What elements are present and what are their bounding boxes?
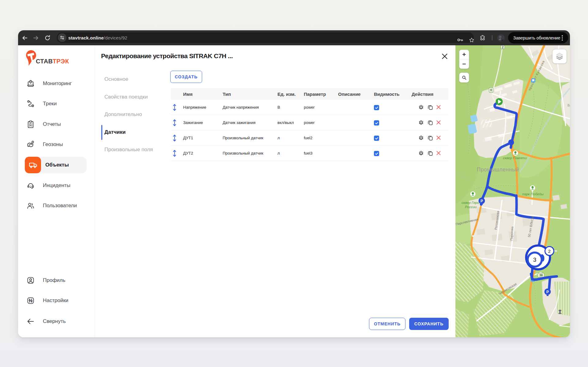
puzzle-icon (480, 35, 486, 41)
column-header-type: Тип (223, 92, 276, 97)
column-header-visibility: Видимость (374, 92, 405, 97)
sidebar-item-label: Профиль (43, 277, 65, 283)
sidebar-item-objects[interactable]: Объекты (25, 157, 87, 173)
visibility-checkbox[interactable] (374, 105, 379, 110)
tab-custom-fields[interactable]: Произвольные поля (104, 147, 153, 153)
drag-handle-icon[interactable] (172, 103, 177, 111)
cell-type: Датчик зажигания (223, 120, 276, 125)
row-delete-button[interactable] (436, 135, 442, 141)
drag-handle-icon[interactable] (172, 149, 177, 157)
toolbar-separator (492, 35, 492, 40)
visibility-checkbox[interactable] (374, 120, 379, 125)
kebab-menu-icon[interactable] (561, 35, 563, 41)
cell-type: Произвольный датчик (223, 151, 276, 155)
map-layers-button[interactable] (552, 49, 567, 64)
profile-avatar[interactable] (497, 30, 505, 45)
row-delete-button[interactable] (436, 120, 442, 126)
map-search-button[interactable] (459, 73, 469, 83)
route-waypoint-marker[interactable] (508, 140, 514, 145)
column-header-name: Имя (183, 92, 221, 97)
zoom-in-button[interactable]: + (459, 50, 469, 59)
svg-text:2: 2 (502, 46, 504, 49)
cell-parameter: fuel2 (304, 136, 337, 140)
extensions-button[interactable] (479, 30, 487, 45)
browser-forward-button[interactable] (32, 30, 40, 45)
table-row: Напряжение Датчик напряжения В power (171, 100, 448, 115)
browser-window: stavtrack.online/devices/92 Завершить об… (18, 30, 570, 337)
sidebar-item-label: Отчеты (43, 121, 61, 127)
row-copy-button[interactable] (427, 150, 433, 156)
sidebar-item-tracks[interactable]: Треки (22, 95, 91, 112)
row-settings-button[interactable] (418, 120, 424, 126)
table-row: ДУТ2 Произвольный датчик л fuel3 (171, 146, 448, 161)
row-settings-button[interactable] (418, 150, 424, 156)
cell-unit: В (277, 105, 303, 110)
sidebar-item-reports[interactable]: Отчеты (22, 116, 91, 133)
save-button[interactable]: СОХРАНИТЬ (409, 318, 449, 330)
tab-sensors[interactable]: Датчики (104, 129, 126, 135)
tab-main[interactable]: Основное (104, 76, 128, 82)
sidebar-item-settings[interactable]: Настройки (22, 292, 91, 309)
row-delete-button[interactable] (436, 104, 442, 110)
column-header-description: Описание (338, 92, 372, 97)
svg-text:0: 0 (490, 88, 492, 92)
cell-type: Датчик напряжения (223, 105, 276, 110)
drag-handle-icon[interactable] (172, 119, 177, 127)
sidebar-item-incidents[interactable]: Инциденты (22, 177, 91, 194)
svg-text:P: P (546, 290, 549, 294)
row-copy-button[interactable] (427, 120, 433, 126)
site-settings-button[interactable] (58, 33, 66, 42)
cell-unit: вкл/выкл (277, 120, 303, 125)
sidebar-item-label: Объекты (45, 162, 69, 168)
browser-reload-button[interactable] (43, 30, 51, 45)
park-tree-icon (470, 192, 476, 197)
cell-name: Зажигание (183, 120, 221, 125)
address-bar[interactable]: stavtrack.online/devices/92 (57, 32, 474, 43)
objects-icon (25, 157, 41, 173)
sensors-table: Имя Тип Ед. изм. Параметр Описание Видим… (171, 88, 448, 161)
zoom-out-button[interactable]: − (459, 59, 469, 69)
map-label-park-geroev-line1: сквер Геро (462, 201, 479, 204)
cell-parameter: fuel3 (304, 151, 337, 155)
modal-title: Редактирование устройства SITRAK C7H ... (101, 52, 233, 60)
visibility-checkbox[interactable] (374, 151, 379, 156)
close-button[interactable] (441, 53, 448, 60)
cell-unit: л (277, 151, 303, 155)
cell-unit: л (277, 136, 303, 140)
sidebar-item-collapse[interactable]: Свернуть (22, 313, 91, 330)
tab-trip-properties[interactable]: Свойства поездки (104, 94, 148, 100)
cell-name: ДУТ1 (183, 136, 221, 140)
sidebar-item-monitoring[interactable]: Мониторинг (22, 75, 91, 92)
collapse-icon (22, 317, 39, 326)
sidebar: СТАВТРЭК Мониторинг Треки (18, 45, 95, 337)
row-delete-button[interactable] (436, 150, 442, 156)
cluster-count-small: 2 (548, 249, 551, 254)
row-copy-button[interactable] (427, 104, 433, 110)
finish-update-button[interactable]: Завершить обновление (508, 32, 568, 43)
svg-text:P: P (481, 199, 483, 203)
tab-additional[interactable]: Дополнительно (104, 111, 142, 118)
create-button[interactable]: СОЗДАТЬ (170, 71, 202, 83)
route-start-marker[interactable] (496, 98, 503, 105)
map-panel[interactable]: проспект Кулакова Ва 0 2 (455, 45, 570, 337)
page-background: stavtrack.online/devices/92 Завершить об… (0, 0, 588, 367)
table-row: ДУТ1 Произвольный датчик л fuel2 (171, 130, 448, 146)
browser-back-button[interactable] (21, 30, 29, 45)
sidebar-item-label: Пользователи (43, 203, 77, 209)
sidebar-item-profile[interactable]: Профиль (22, 272, 91, 289)
sidebar-item-users[interactable]: Пользователи (22, 197, 91, 214)
column-header-unit: Ед. изм. (277, 92, 303, 97)
browser-toolbar: stavtrack.online/devices/92 Завершить об… (18, 30, 570, 45)
map-label-street-pirogova: Пирогова (510, 226, 514, 241)
cancel-button[interactable]: ОТМЕНИТЬ (369, 318, 405, 330)
row-copy-button[interactable] (427, 135, 433, 141)
cell-name: ДУТ2 (183, 151, 221, 155)
row-settings-button[interactable] (418, 135, 424, 141)
drag-handle-icon[interactable] (172, 134, 177, 142)
sidebar-item-geozones[interactable]: Геозоны (22, 136, 91, 153)
visibility-checkbox[interactable] (374, 136, 379, 141)
map-label-park-pamyati: сквер Памяти (503, 156, 527, 160)
zoom-control: + − (459, 50, 469, 69)
sidebar-item-label: Геозоны (43, 141, 63, 148)
row-settings-button[interactable] (418, 104, 424, 110)
